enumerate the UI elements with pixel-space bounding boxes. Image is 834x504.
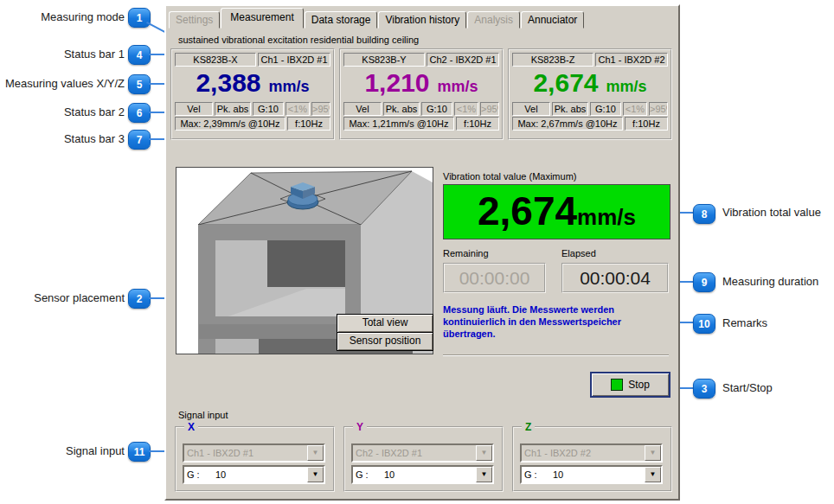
- quantity-field: Vel: [343, 102, 382, 116]
- input-channel-field: Ch1 - IBX2D #2: [595, 53, 668, 67]
- gain-field: G:10: [590, 102, 621, 116]
- measuring-value-z: 2,674 mm/s: [511, 68, 669, 101]
- input-channel-field: Ch2 - IBX2D #1: [427, 53, 499, 67]
- measuring-value-x: 2,388 mm/s: [174, 68, 331, 101]
- callout-badge-1[interactable]: 1: [128, 8, 151, 28]
- stop-button-label: Stop: [628, 379, 650, 391]
- max-value-field: Max: 2,67mm/s @10Hz: [512, 117, 623, 131]
- callout-badge-9[interactable]: 9: [693, 272, 715, 292]
- callout-label-status-bar-1: Status bar 1: [0, 48, 125, 61]
- measuring-mode-text: sustained vibrational excitation residen…: [178, 35, 419, 45]
- callout-label-measuring-mode: Measuring mode: [0, 10, 125, 24]
- page: Measuring mode Status bar 1 Measuring va…: [0, 0, 834, 504]
- gain-select-value: G : 10: [353, 467, 476, 482]
- gain-select-x[interactable]: G : 10 ▼: [183, 465, 325, 484]
- gain-select-z[interactable]: G : 10 ▼: [520, 465, 663, 484]
- total-value-label: Vibration total value (Maximum): [443, 171, 576, 182]
- total-value-unit: mm/s: [577, 204, 636, 231]
- channel-select-x: Ch1 - IBX2D #1 ▼: [183, 443, 325, 463]
- signal-input-label: Signal input: [178, 410, 228, 420]
- gain-select-value: G : 10: [522, 467, 645, 482]
- stop-indicator-icon: [611, 379, 623, 391]
- callout-badge-8[interactable]: 8: [693, 204, 715, 224]
- quantity-field: Vel: [175, 102, 213, 116]
- max-value-field: Max: 1,21mm/s @10Hz: [343, 117, 454, 131]
- max-value-field: Max: 2,39mm/s @10Hz: [175, 117, 285, 131]
- underrange-field: <1%: [454, 102, 478, 116]
- axis-label-x: X: [184, 421, 198, 433]
- value-number: 2,388: [196, 68, 260, 98]
- separator: [443, 354, 669, 356]
- callout-badge-6[interactable]: 6: [128, 103, 151, 123]
- axis-label-y: Y: [353, 421, 367, 433]
- underrange-field: <1%: [285, 102, 310, 116]
- callout-badge-7[interactable]: 7: [128, 130, 151, 150]
- channel-select-z: Ch1 - IBX2D #2 ▼: [520, 443, 663, 463]
- tab-bar: Settings Measurement Data storage Vibrat…: [169, 8, 585, 29]
- tab-vibration-history[interactable]: Vibration history: [378, 11, 466, 29]
- sensor-name-field: KS823B-Y: [343, 53, 425, 67]
- tab-measurement[interactable]: Measurement: [221, 8, 303, 29]
- underrange-field: <1%: [623, 102, 647, 116]
- value-unit: mm/s: [606, 78, 647, 96]
- channel-select-value: Ch1 - IBX2D #2: [522, 445, 645, 461]
- input-channel-field: Ch1 - IBX2D #1: [258, 53, 330, 67]
- detector-field: Pk. abs: [215, 102, 251, 116]
- tab-data-storage[interactable]: Data storage: [305, 11, 378, 29]
- dropdown-arrow-icon: ▼: [307, 445, 324, 461]
- measurement-window: Settings Measurement Data storage Vibrat…: [164, 4, 680, 501]
- dropdown-arrow-icon[interactable]: ▼: [476, 467, 492, 482]
- sensor-name-field: KS823B-X: [175, 53, 256, 67]
- frequency-field: f:10Hz: [456, 117, 499, 131]
- overrange-field: >95%: [649, 102, 668, 116]
- signal-input-group-z: Z Ch1 - IBX2D #2 ▼ G : 10 ▼: [512, 426, 672, 492]
- channel-select-value: Ch2 - IBX2D #1: [353, 445, 476, 461]
- channel-panel-z: KS823B-Z Ch1 - IBX2D #2 2,674 mm/s Vel P…: [508, 48, 672, 140]
- signal-input-group-y: Y Ch2 - IBX2D #1 ▼ G : 10 ▼: [343, 426, 504, 492]
- callout-badge-4[interactable]: 4: [128, 45, 151, 65]
- gain-field: G:10: [421, 102, 452, 116]
- total-value-number: 2,674: [478, 185, 577, 237]
- elapsed-time-display: 00:00:04: [561, 263, 669, 293]
- callout-badge-5[interactable]: 5: [128, 74, 151, 94]
- tab-annuciator[interactable]: Annuciator: [521, 11, 584, 29]
- sensor-icon: [287, 182, 318, 209]
- callout-label-status-bar-3: Status bar 3: [0, 132, 125, 146]
- frequency-field: f:10Hz: [625, 117, 668, 131]
- quantity-field: Vel: [512, 102, 550, 116]
- callout-badge-11[interactable]: 11: [128, 442, 151, 462]
- gain-select-y[interactable]: G : 10 ▼: [351, 465, 494, 484]
- callout-label-vibration-total-value: Vibration total value: [722, 206, 821, 220]
- frequency-field: f:10Hz: [287, 117, 330, 131]
- callout-label-signal-input: Signal input: [0, 444, 125, 458]
- callout-label-status-bar-2: Status bar 2: [0, 105, 125, 119]
- callout-badge-3[interactable]: 3: [693, 379, 715, 399]
- detector-field: Pk. abs: [552, 102, 588, 116]
- channel-panels: KS823B-X Ch1 - IBX2D #1 2,388 mm/s Vel P…: [170, 48, 672, 140]
- value-number: 2,674: [533, 68, 598, 98]
- callout-label-remarks: Remarks: [722, 316, 767, 330]
- remarks-text: Messung läuft. Die Messwerte werden kont…: [443, 303, 664, 340]
- callout-badge-2[interactable]: 2: [128, 289, 151, 309]
- callout-label-measuring-values: Measuring values X/Y/Z: [0, 77, 125, 91]
- tab-analysis: Analysis: [467, 11, 520, 29]
- detector-field: Pk. abs: [383, 102, 420, 116]
- sensor-placement-image: Total view Sensor position: [176, 167, 433, 354]
- dropdown-arrow-icon[interactable]: ▼: [645, 467, 661, 482]
- channel-panel-y: KS823B-Y Ch2 - IBX2D #1 1,210 mm/s Vel P…: [339, 48, 504, 140]
- sensor-position-button[interactable]: Sensor position: [337, 332, 433, 351]
- callout-label-measuring-duration: Measuring duration: [722, 275, 818, 289]
- callout-label-start-stop: Start/Stop: [722, 381, 773, 395]
- overrange-field: >95%: [480, 102, 499, 116]
- gain-select-value: G : 10: [184, 467, 307, 482]
- value-unit: mm/s: [269, 78, 310, 96]
- stop-button[interactable]: Stop: [590, 372, 670, 398]
- signal-input-group-x: X Ch1 - IBX2D #1 ▼ G : 10 ▼: [175, 426, 335, 492]
- total-view-button[interactable]: Total view: [337, 314, 433, 333]
- callout-badge-10[interactable]: 10: [693, 314, 715, 334]
- dropdown-arrow-icon: ▼: [645, 445, 661, 461]
- tab-settings: Settings: [169, 11, 220, 29]
- channel-select-value: Ch1 - IBX2D #1: [184, 445, 307, 461]
- dropdown-arrow-icon[interactable]: ▼: [307, 467, 324, 482]
- channel-select-y: Ch2 - IBX2D #1 ▼: [351, 443, 494, 463]
